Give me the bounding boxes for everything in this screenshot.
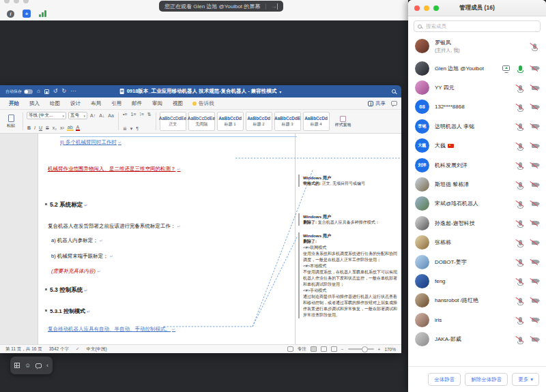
- member-row[interactable]: hansrobot /路红艳: [408, 291, 546, 310]
- superscript-icon[interactable]: x²: [59, 125, 65, 130]
- unmute-all-button[interactable]: 解除全体静音: [465, 373, 508, 386]
- highlight-icon[interactable]: ab: [67, 125, 74, 131]
- member-row[interactable]: YY 四元: [408, 78, 546, 97]
- tell-me-button[interactable]: 告诉我: [188, 100, 218, 107]
- window-zoom-button[interactable]: [23, 0, 29, 3]
- paste-button[interactable]: 粘贴: [3, 111, 19, 132]
- align-icon[interactable]: ≣: [122, 126, 128, 131]
- read-mode-icon[interactable]: [321, 346, 327, 352]
- font-color-icon[interactable]: A: [76, 125, 81, 131]
- print-layout-icon[interactable]: [311, 346, 317, 352]
- camera-off-icon[interactable]: [530, 122, 539, 131]
- tab-layout[interactable]: 布局: [86, 99, 106, 108]
- tab-view[interactable]: 视图: [168, 99, 188, 108]
- zoom-level[interactable]: 170%: [384, 347, 396, 352]
- mic-off-icon[interactable]: [516, 141, 525, 150]
- word-count[interactable]: 3542 个字: [49, 346, 69, 352]
- multilevel-list-icon[interactable]: ⁝≡: [139, 112, 144, 117]
- zoom-slider[interactable]: [348, 348, 374, 350]
- tab-references[interactable]: 引用: [106, 99, 126, 108]
- mic-off-icon[interactable]: [516, 83, 525, 92]
- camera-off-icon[interactable]: [530, 141, 539, 150]
- share-button[interactable]: 共享: [368, 100, 386, 107]
- style-heading4[interactable]: AaBbCcDd标题 4: [303, 112, 330, 131]
- tab-home[interactable]: 开始: [4, 99, 24, 108]
- tab-draw[interactable]: 绘图: [45, 99, 65, 108]
- language-indicator[interactable]: 中文(中国): [86, 346, 106, 352]
- member-row[interactable]: iris: [408, 310, 546, 329]
- tab-review[interactable]: 审阅: [147, 99, 167, 108]
- camera-off-icon[interactable]: [530, 102, 539, 111]
- zoom-in-icon[interactable]: +: [378, 347, 381, 352]
- underline-icon[interactable]: U: [38, 125, 43, 130]
- mute-all-button[interactable]: 全体静音: [428, 373, 461, 386]
- sort-icon[interactable]: ⇅: [147, 112, 152, 117]
- window-close-button[interactable]: [4, 0, 10, 3]
- mic-off-icon[interactable]: [516, 161, 525, 170]
- comments-icon[interactable]: [391, 101, 397, 106]
- signal-icon[interactable]: [39, 10, 46, 17]
- reactions-icon[interactable]: ☺: [25, 363, 31, 369]
- bullets-icon[interactable]: •≡: [122, 112, 128, 117]
- banner-collapse-icon[interactable]: →: [265, 3, 278, 10]
- bold-icon[interactable]: B: [27, 125, 31, 130]
- tab-insert[interactable]: 插入: [25, 99, 44, 108]
- strikethrough-icon[interactable]: S: [45, 125, 50, 130]
- member-row[interactable]: DOBOT-姜宇: [408, 252, 546, 271]
- revision-card[interactable]: Windows 用户 带格式的: 正文, 无项目符号或编号: [298, 175, 401, 187]
- mic-off-icon[interactable]: [516, 180, 525, 189]
- member-row[interactable]: 张栋栋: [408, 233, 546, 252]
- camera-off-icon[interactable]: [530, 335, 539, 344]
- camera-off-icon[interactable]: [530, 180, 539, 189]
- mic-off-icon[interactable]: [516, 199, 525, 208]
- collapse-toolbar-icon[interactable]: ‹: [46, 363, 48, 369]
- subscript-icon[interactable]: x₂: [52, 125, 57, 130]
- change-case-icon[interactable]: Aa: [107, 113, 115, 118]
- panel-minimize-button[interactable]: [424, 5, 429, 11]
- member-row[interactable]: 斯坦德 黎栋泽: [408, 175, 546, 194]
- member-row[interactable]: 68 132****8868: [408, 97, 546, 117]
- more-button[interactable]: 更多▾: [512, 373, 539, 386]
- member-row[interactable]: 宋斌@珞石机器人: [408, 194, 546, 213]
- camera-off-icon[interactable]: [530, 161, 539, 170]
- search-input[interactable]: [425, 22, 536, 30]
- style-pane-button[interactable]: 样式窗格: [333, 111, 354, 132]
- member-row[interactable]: 孙逸超-迦智科技: [408, 213, 546, 232]
- web-layout-icon[interactable]: [331, 346, 337, 352]
- camera-off-icon[interactable]: [530, 316, 539, 325]
- mic-off-icon[interactable]: [516, 296, 525, 305]
- autosave-toggle[interactable]: 自动保存: [5, 89, 33, 95]
- tab-mailings[interactable]: 邮件: [127, 99, 147, 108]
- member-row[interactable]: 刘洋 机科发展刘洋: [408, 155, 546, 175]
- zoom-out-icon[interactable]: −: [341, 347, 344, 352]
- font-name-select[interactable]: 等线 (中文...▾: [27, 112, 66, 119]
- grow-font-icon[interactable]: A↑: [89, 113, 96, 118]
- page-indicator[interactable]: 第 11 页，共 16 页: [5, 346, 42, 352]
- window-minimize-button[interactable]: [14, 0, 19, 3]
- search-icon[interactable]: [392, 89, 396, 93]
- undo-icon[interactable]: ↺: [53, 89, 58, 94]
- focus-mode-icon[interactable]: [287, 346, 293, 352]
- style-heading3[interactable]: AaBbCcDdE标题 3: [274, 112, 301, 131]
- info-icon[interactable]: i: [7, 10, 14, 18]
- camera-off-icon[interactable]: [530, 199, 539, 208]
- camera-off-icon[interactable]: [530, 238, 539, 247]
- mic-off-icon[interactable]: [516, 277, 525, 286]
- camera-off-icon[interactable]: [530, 277, 539, 286]
- document-canvas[interactable]: ii) 多个机械臂同时工作时 机械臂作业范围异物闯入、是二维还是三维空间的检测？…: [0, 134, 401, 344]
- revision-card[interactable]: Windows 用户 删除了: 复合机器人应具备多种操作模式：: [298, 213, 401, 226]
- camera-off-icon[interactable]: [530, 64, 539, 73]
- shield-icon[interactable]: +: [23, 10, 31, 18]
- chat-icon[interactable]: [35, 363, 42, 368]
- panel-zoom-button[interactable]: [433, 5, 439, 11]
- mic-off-icon[interactable]: [516, 258, 525, 267]
- mic-off-icon[interactable]: [516, 316, 525, 325]
- mic-off-icon[interactable]: [516, 219, 525, 228]
- mic-off-icon[interactable]: [516, 122, 525, 131]
- camera-off-icon[interactable]: [530, 296, 539, 305]
- style-no-spacing[interactable]: AaBbCcDdEe无间隔: [188, 112, 215, 131]
- home-icon[interactable]: ⌂: [37, 89, 40, 94]
- camera-off-icon[interactable]: [530, 219, 539, 228]
- member-row[interactable]: 大巍 大巍: [408, 136, 546, 155]
- member-row[interactable]: JAKA-邵威: [408, 329, 546, 348]
